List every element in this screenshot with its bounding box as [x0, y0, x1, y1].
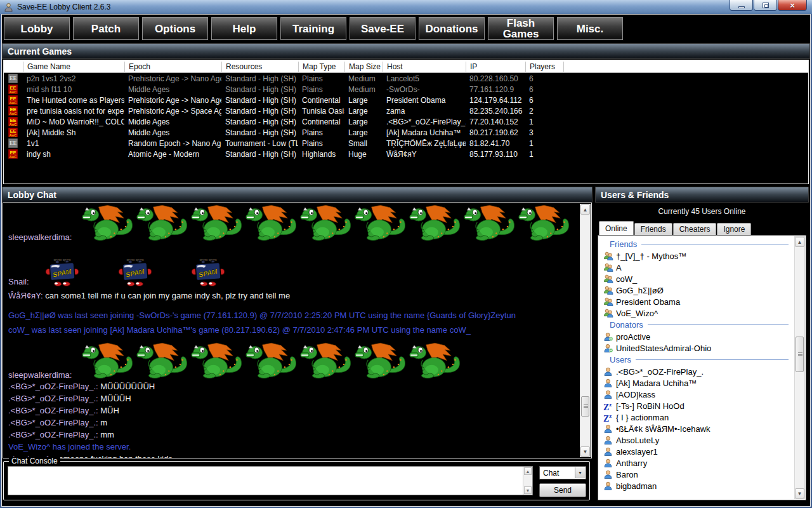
channel-select-value: Chat: [543, 469, 559, 478]
column-ip[interactable]: IP: [466, 62, 525, 72]
user-list-item[interactable]: [Ak] Madara Uchiha™: [599, 377, 794, 389]
game-players: 1: [525, 150, 563, 159]
user-list-item[interactable]: proActive: [599, 331, 794, 342]
donator-icon: [603, 344, 616, 352]
users-tabs: OnlineFriendsCheatersIgnore: [599, 221, 752, 235]
titlebar[interactable]: Save-EE Lobby Client 2.6.3 ×: [0, 0, 812, 14]
game-ip: 82.235.240.166: [466, 107, 525, 116]
menu-help[interactable]: Help: [211, 17, 278, 41]
column-game-name[interactable]: Game Name: [23, 62, 124, 72]
chat-username: .<BG>*_oOZ-FirePlay_.:: [8, 394, 98, 403]
tab-ignore[interactable]: Ignore: [717, 223, 751, 235]
user-name: •ßŁÃ¢k šŴåЯM•-Icehawk: [616, 424, 710, 434]
column-resources[interactable]: Resources: [221, 62, 298, 72]
dragon-emoticon: [246, 342, 299, 380]
thumb-grip-icon: [584, 404, 588, 408]
user-list-item[interactable]: UnitedStatesAdmiral-Ohio: [599, 342, 794, 354]
user-list-item[interactable]: Baron: [599, 469, 794, 480]
menu-training[interactable]: Training: [280, 17, 347, 41]
menu-save-ee[interactable]: Save-EE: [349, 17, 416, 41]
chat-scroll-up-icon[interactable]: ▲: [580, 204, 590, 215]
user-list-item[interactable]: •ßŁÃ¢k šŴåЯM•-Icehawk: [599, 423, 794, 434]
channel-select[interactable]: Chat ▼: [539, 466, 586, 479]
svg-text:AoC: AoC: [10, 155, 17, 159]
user-list-item[interactable]: alexslayer1: [599, 446, 794, 457]
chat-input[interactable]: [9, 467, 522, 494]
user-list-item[interactable]: .<BG>*_oOZ-FirePlay_.: [599, 366, 794, 377]
user-list-item[interactable]: A: [599, 262, 794, 273]
user-list-item[interactable]: bigbadman: [599, 480, 794, 491]
app-icon: [4, 3, 13, 12]
ee-aoc-icon: EEAoC: [4, 149, 23, 159]
game-players: 1: [525, 117, 563, 126]
dragon-emoticon: [191, 204, 244, 243]
user-list-item[interactable]: Zz{ I } actionman: [599, 411, 794, 423]
maximize-button[interactable]: [754, 0, 777, 11]
user-list-item[interactable]: †_[V]_† - Mythos™: [599, 250, 794, 262]
users-scroll-down-icon[interactable]: ▼: [795, 488, 804, 498]
user-list-item[interactable]: AbsoLuteLy: [599, 434, 794, 446]
away-zz-icon: Zz: [603, 401, 616, 411]
game-row[interactable]: EEAoCThe Hunted come as PlayersPrehistor…: [4, 95, 808, 105]
menu-flash-games[interactable]: Flash Games: [487, 17, 554, 41]
tab-cheaters[interactable]: Cheaters: [673, 223, 717, 235]
game-row[interactable]: EEAoCindy shAtomic Age - ModernStandard …: [4, 149, 808, 159]
tab-friends[interactable]: Friends: [634, 223, 672, 235]
chat-scroll-thumb[interactable]: [581, 396, 589, 417]
user-list-item[interactable]: VoE_Wizo^: [599, 307, 794, 319]
input-scroll-up-icon[interactable]: ▲: [524, 467, 532, 475]
chat-message: .<BG>*_oOZ-FirePlay_.: MÜH: [8, 404, 575, 417]
chevron-down-icon[interactable]: ▼: [575, 467, 585, 478]
users-scroll-up-icon[interactable]: ▲: [795, 237, 804, 247]
menu-donations[interactable]: Donations: [418, 17, 485, 41]
game-row[interactable]: EEp2n 1vs1 2vs2Prehistoric Age -> Nano A…: [4, 73, 808, 84]
menu-patch[interactable]: Patch: [72, 17, 140, 41]
game-row[interactable]: EEAoCpre tunisia oasis not for expertPre…: [4, 105, 808, 116]
users-scrollbar[interactable]: ▲ ▼: [794, 236, 805, 499]
chat-username: .<BG>*_oOZ-FirePlay_.:: [8, 406, 98, 415]
user-list-item[interactable]: President Obama: [599, 296, 794, 307]
users-list: Friends†_[V]_† - Mythos™AcoW_GoG_hΣ||øØP…: [599, 236, 794, 499]
menu-options[interactable]: Options: [141, 17, 209, 41]
column-host[interactable]: Host: [383, 62, 466, 72]
game-row[interactable]: EEAoC[Ak] Middle ShMiddle AgesStandard -…: [4, 127, 808, 138]
group-label: Users: [610, 355, 631, 364]
game-players: 2: [525, 107, 563, 116]
user-list-item[interactable]: Zz[-Ts-] RoBiN HoOd: [599, 400, 794, 411]
user-icon: [603, 424, 616, 433]
minimize-button[interactable]: [730, 0, 753, 11]
game-row[interactable]: EEAoCmid sh f11 10Middle AgesStandard - …: [4, 84, 808, 95]
user-list-item[interactable]: [AOD]kass: [599, 389, 794, 400]
column-map-size[interactable]: Map Size: [344, 62, 383, 72]
chat-scrollbar[interactable]: ▲ ▼: [580, 204, 591, 457]
chat-scroll-down-icon[interactable]: ▼: [580, 446, 590, 457]
column-players[interactable]: Players: [525, 62, 563, 72]
chat-input-scrollbar[interactable]: ▲ ▼: [523, 467, 532, 495]
server-message: VoE_Wizo^ has joined the server.: [8, 441, 575, 453]
users-scroll-thumb[interactable]: [796, 337, 804, 372]
game-resources: Standard - High (SH): [221, 74, 298, 83]
chat-input-wrap: ▲ ▼: [8, 466, 533, 495]
game-host: [Ak] Madara Uchiha™: [383, 128, 466, 137]
menu-misc-[interactable]: Misc.: [556, 17, 624, 41]
send-button[interactable]: Send: [539, 483, 586, 497]
game-name: The Hunted come as Players: [23, 96, 124, 105]
lobby-chat-header: Lobby Chat: [2, 187, 593, 203]
game-row[interactable]: EE1v1Random Epoch -> Nano AgeTournament …: [4, 138, 808, 149]
chat-emote-row: sleepwalkerdima:: [8, 342, 575, 380]
game-row[interactable]: EEAoCMiD ~ MoD WarrioR!!_ COLORMiddle Ag…: [4, 116, 808, 127]
user-list-item[interactable]: Antharry: [599, 457, 794, 469]
close-button[interactable]: ×: [778, 0, 807, 11]
svg-text:EE: EE: [10, 75, 17, 81]
game-epoch: Atomic Age - Modern: [124, 150, 221, 159]
user-list-item[interactable]: GoG_hΣ||øØ: [599, 284, 794, 296]
tab-online[interactable]: Online: [599, 221, 634, 235]
column-map-type[interactable]: Map Type: [298, 62, 344, 72]
dragon-emoticon: [355, 342, 408, 380]
user-icon: [603, 470, 616, 479]
menu-lobby[interactable]: Lobby: [3, 17, 70, 41]
input-scroll-down-icon[interactable]: ▼: [524, 486, 532, 494]
user-list-item[interactable]: coW_: [599, 273, 794, 284]
column-epoch[interactable]: Epoch: [124, 62, 221, 72]
donator-icon: [603, 332, 616, 341]
